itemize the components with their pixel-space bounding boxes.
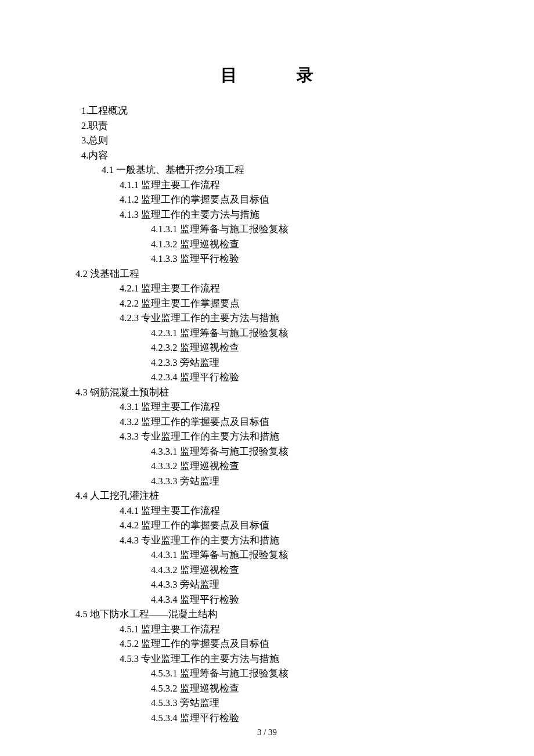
toc-entry: 4.4.3.3 旁站监理 (151, 577, 453, 592)
toc-entry: 4.2.3 专业监理工作的主要方法与措施 (120, 311, 453, 326)
toc-entry: 4.1.3.3 监理平行检验 (151, 251, 453, 267)
toc-entry: 4.5.3 专业监理工作的主要方法与措施 (120, 651, 453, 667)
toc-entry: 4.1.3.2 监理巡视检查 (151, 237, 453, 252)
toc-entry: 4.4.1 监理主要工作流程 (120, 503, 453, 519)
toc-entry: 2.职责 (81, 118, 453, 134)
toc-entry: 4.2.3.4 监理平行检验 (151, 370, 453, 385)
toc-entry: 4.5 地下防水工程——混凝土结构 (75, 607, 453, 622)
toc-entry: 4.5.3.2 监理巡视检查 (151, 681, 453, 696)
page-number: 3 / 39 (0, 728, 534, 737)
title-char-2: 录 (297, 64, 313, 87)
toc-entry: 4.3.3 专业监理工作的主要方法和措施 (120, 429, 453, 444)
toc-entry: 4.1.3 监理工作的主要方法与措施 (120, 207, 453, 222)
toc-entry: 4.2 浅基础工程 (75, 267, 453, 282)
toc-entry: 4.内容 (81, 148, 453, 163)
toc-entry: 4.1 一般基坑、基槽开挖分项工程 (102, 163, 453, 178)
toc-entry: 4.5.1 监理主要工作流程 (120, 622, 453, 637)
toc-entry: 4.2.1 监理主要工作流程 (120, 281, 453, 296)
toc-entry: 4.1.3.1 监理筹备与施工报验复核 (151, 222, 453, 237)
document-page: 目 录 1.工程概况 2.职责 3.总则 4.内容 4.1 一般基坑、基槽开挖分… (0, 0, 534, 756)
table-of-contents: 1.工程概况 2.职责 3.总则 4.内容 4.1 一般基坑、基槽开挖分项工程 … (81, 103, 453, 725)
toc-entry: 4.3.3.3 旁站监理 (151, 474, 453, 489)
toc-entry: 4.3.2 监理工作的掌握要点及目标值 (120, 415, 453, 430)
toc-entry: 4.2.3.1 监理筹备与施工报验复核 (151, 326, 453, 341)
toc-entry: 4.4.3.4 监理平行检验 (151, 592, 453, 607)
toc-entry: 4.5.3.4 监理平行检验 (151, 711, 453, 726)
toc-entry: 4.5.3.1 监理筹备与施工报验复核 (151, 666, 453, 681)
title-char-1: 目 (221, 64, 237, 87)
toc-entry: 3.总则 (81, 133, 453, 148)
toc-entry: 4.4.3.2 监理巡视检查 (151, 563, 453, 578)
toc-entry: 4.1.1 监理主要工作流程 (120, 178, 453, 193)
toc-entry: 4.2.3.2 监理巡视检查 (151, 340, 453, 355)
toc-entry: 4.5.2 监理工作的掌握要点及目标值 (120, 636, 453, 651)
toc-entry: 4.3.1 监理主要工作流程 (120, 399, 453, 415)
toc-entry: 4.3 钢筋混凝土预制桩 (75, 385, 453, 400)
toc-entry: 4.1.2 监理工作的掌握要点及目标值 (120, 192, 453, 207)
toc-entry: 4.4.3.1 监理筹备与施工报验复核 (151, 548, 453, 563)
toc-entry: 4.4 人工挖孔灌注桩 (75, 488, 453, 503)
toc-entry: 4.3.3.1 监理筹备与施工报验复核 (151, 444, 453, 459)
toc-entry: 4.4.3 专业监理工作的主要方法和措施 (120, 533, 453, 548)
toc-entry: 4.2.3.3 旁站监理 (151, 355, 453, 370)
toc-entry: 4.3.3.2 监理巡视检查 (151, 459, 453, 474)
toc-entry: 4.2.2 监理主要工作掌握要点 (120, 296, 453, 311)
page-title: 目 录 (81, 64, 453, 87)
toc-entry: 4.5.3.3 旁站监理 (151, 696, 453, 711)
toc-entry: 4.4.2 监理工作的掌握要点及目标值 (120, 518, 453, 533)
toc-entry: 1.工程概况 (81, 103, 453, 118)
